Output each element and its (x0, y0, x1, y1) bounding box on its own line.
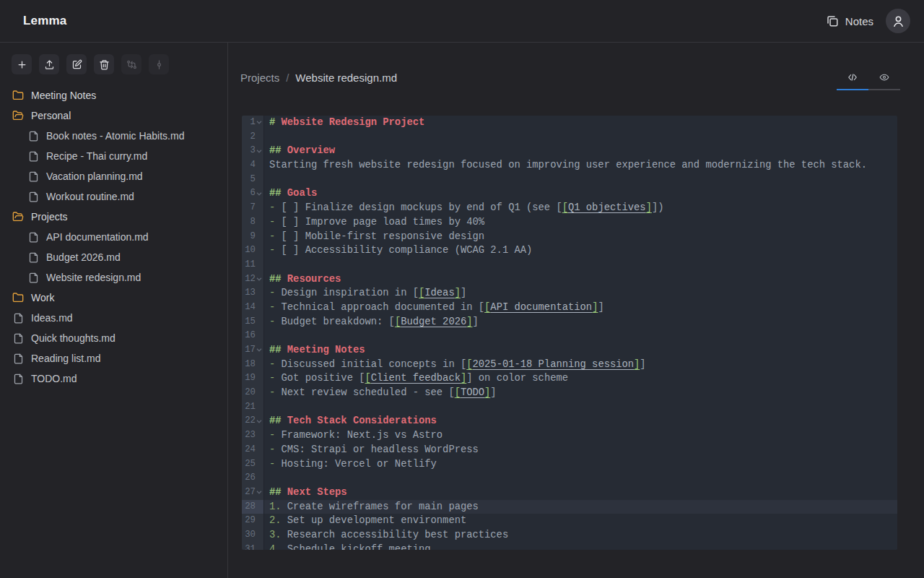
editor-line[interactable]: 16 (242, 329, 897, 343)
code-line[interactable]: 3. Research accessibility best practices (264, 528, 897, 543)
fold-toggle-icon[interactable] (256, 420, 263, 423)
editor-line[interactable]: 20- Next review scheduled - see [[TODO]] (242, 386, 897, 400)
editor-line[interactable]: 18- Discussed initial concepts in [[2025… (242, 358, 897, 372)
editor-line[interactable]: 14- Technical approach documented in [[A… (242, 301, 897, 315)
tree-file[interactable]: TODO.md (0, 368, 227, 389)
fold-toggle-icon[interactable] (256, 121, 263, 124)
code-line[interactable]: - Next review scheduled - see [[TODO]] (264, 386, 897, 400)
editor-line[interactable]: 6## Goals (242, 186, 897, 201)
editor-line[interactable]: 3## Overview (242, 144, 897, 158)
code-line[interactable]: - [ ] Mobile-first responsive design (264, 230, 897, 244)
editor-line[interactable]: 15- Budget breakdown: [[Budget 2026]] (242, 315, 897, 329)
editor-line[interactable]: 19- Got positive [[Client feedback]] on … (242, 371, 897, 386)
wiki-link[interactable]: Client feedback (371, 373, 461, 384)
delete-button[interactable] (94, 54, 114, 74)
editor-line[interactable]: 12## Resources (242, 272, 897, 287)
editor-line[interactable]: 27## Next Steps (242, 486, 897, 500)
wiki-link[interactable]: TODO (461, 387, 484, 398)
code-line[interactable] (264, 329, 897, 343)
code-line[interactable]: ## Overview (264, 144, 897, 158)
fold-toggle-icon[interactable] (256, 277, 263, 281)
tree-file[interactable]: Vacation planning.md (0, 166, 227, 186)
tree-file[interactable]: Quick thoughts.md (0, 328, 227, 348)
editor-line[interactable]: 281. Create wireframes for main pages (242, 500, 897, 514)
editor-line[interactable]: 25- Hosting: Vercel or Netlify (242, 457, 897, 472)
code-line[interactable]: ## Resources (264, 272, 897, 287)
tree-folder[interactable]: Work (0, 288, 227, 308)
tab-preview[interactable] (868, 68, 900, 87)
tree-file[interactable]: Recipe - Thai curry.md (0, 146, 227, 166)
fold-toggle-icon[interactable] (256, 348, 263, 352)
editor-line[interactable]: 7- [ ] Finalize design mockups by end of… (242, 201, 897, 215)
editor-line[interactable]: 13- Design inspiration in [[Ideas]] (242, 286, 897, 301)
tree-file[interactable]: Workout routine.md (0, 186, 227, 207)
code-line[interactable]: - Hosting: Vercel or Netlify (264, 457, 897, 472)
wiki-link[interactable]: 2025-01-18 Planning session (473, 359, 635, 370)
code-line[interactable]: - [ ] Accessibility compliance (WCAG 2.1… (264, 243, 897, 258)
breadcrumb-folder[interactable]: Projects (240, 72, 279, 84)
code-line[interactable]: 2. Set up development environment (264, 514, 897, 528)
editor-line[interactable]: 1# Website Redesign Project (242, 116, 897, 130)
new-note-button[interactable] (12, 54, 32, 74)
wiki-link[interactable]: Budget 2026 (401, 316, 466, 327)
code-line[interactable] (264, 471, 897, 486)
fold-toggle-icon[interactable] (256, 150, 263, 153)
code-line[interactable] (264, 258, 897, 272)
code-line[interactable]: - [ ] Improve page load times by 40% (264, 215, 897, 230)
edit-button[interactable] (66, 54, 87, 74)
editor-line[interactable]: 4Starting fresh website redesign focused… (242, 158, 897, 173)
code-line[interactable]: - Got positive [[Client feedback]] on co… (264, 371, 897, 386)
code-line[interactable]: ## Next Steps (264, 486, 897, 500)
code-line[interactable]: ## Goals (264, 186, 897, 201)
fold-toggle-icon[interactable] (256, 192, 263, 196)
tree-folder[interactable]: Personal (0, 105, 227, 126)
avatar[interactable] (886, 9, 910, 33)
code-line[interactable]: - Technical approach documented in [[API… (264, 301, 897, 315)
code-line[interactable]: - CMS: Strapi or headless WordPress (264, 443, 897, 457)
tree-file[interactable]: API documentation.md (0, 227, 227, 247)
code-line[interactable]: Starting fresh website redesign focused … (264, 158, 897, 173)
wiki-link[interactable]: Ideas (424, 288, 454, 298)
code-line[interactable]: - Budget breakdown: [[Budget 2026]] (264, 315, 897, 329)
code-line[interactable] (264, 400, 897, 415)
tree-file[interactable]: Reading list.md (0, 348, 227, 368)
editor-line[interactable]: 26 (242, 471, 897, 486)
tab-code-view[interactable] (837, 68, 868, 87)
editor-line[interactable]: 292. Set up development environment (242, 514, 897, 528)
tree-folder[interactable]: Meeting Notes (0, 85, 227, 105)
editor-line[interactable]: 5 (242, 173, 897, 187)
fold-toggle-icon[interactable] (256, 491, 263, 494)
wiki-link[interactable]: API documentation (490, 302, 592, 313)
editor-line[interactable]: 21 (242, 400, 897, 415)
editor-line[interactable]: 24- CMS: Strapi or headless WordPress (242, 443, 897, 457)
code-line[interactable]: - Discussed initial concepts in [[2025-0… (264, 358, 897, 372)
code-line[interactable]: ## Tech Stack Considerations (264, 414, 897, 428)
wiki-link[interactable]: Q1 objectives (568, 202, 646, 213)
editor-line[interactable]: 9- [ ] Mobile-first responsive design (242, 230, 897, 244)
tree-file[interactable]: Website redesign.md (0, 267, 227, 288)
tree-file[interactable]: Budget 2026.md (0, 247, 227, 267)
editor-line[interactable]: 22## Tech Stack Considerations (242, 414, 897, 428)
editor-line[interactable]: 2 (242, 130, 897, 144)
editor-line[interactable]: 314. Schedule kickoff meeting (242, 543, 897, 550)
code-line[interactable]: 1. Create wireframes for main pages (264, 500, 897, 514)
editor-line[interactable]: 23- Framework: Next.js vs Astro (242, 428, 897, 443)
editor-line[interactable]: 303. Research accessibility best practic… (242, 528, 897, 543)
editor-line[interactable]: 8- [ ] Improve page load times by 40% (242, 215, 897, 230)
code-line[interactable]: ## Meeting Notes (264, 343, 897, 358)
code-line[interactable]: - Design inspiration in [[Ideas]] (264, 286, 897, 301)
tree-folder[interactable]: Projects (0, 207, 227, 227)
tree-file[interactable]: Ideas.md (0, 308, 227, 328)
editor[interactable]: 1# Website Redesign Project23## Overview… (242, 116, 897, 550)
editor-line[interactable]: 10- [ ] Accessibility compliance (WCAG 2… (242, 243, 897, 258)
code-line[interactable] (264, 173, 897, 187)
tree-file[interactable]: Book notes - Atomic Habits.md (0, 126, 227, 146)
code-line[interactable] (264, 130, 897, 144)
upload-button[interactable] (39, 54, 59, 74)
code-line[interactable]: 4. Schedule kickoff meeting (264, 543, 897, 550)
notes-button[interactable]: Notes (826, 14, 873, 27)
code-line[interactable]: - [ ] Finalize design mockups by end of … (264, 201, 897, 215)
editor-line[interactable]: 17## Meeting Notes (242, 343, 897, 358)
code-line[interactable]: # Website Redesign Project (264, 116, 897, 130)
editor-line[interactable]: 11 (242, 258, 897, 272)
